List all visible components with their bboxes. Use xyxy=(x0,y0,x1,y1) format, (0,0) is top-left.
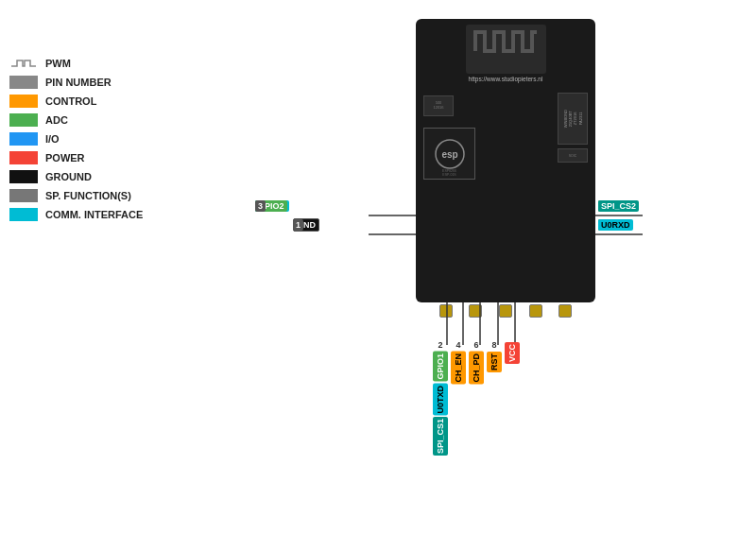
pin-8-num: 8 xyxy=(491,340,496,350)
legend-item-ground: GROUND xyxy=(9,170,143,183)
pin-6-group: 6 CH_PD xyxy=(469,340,484,385)
adc-swatch xyxy=(9,113,38,127)
legend-item-pin-number: PIN NUMBER xyxy=(9,76,143,89)
pad-3 xyxy=(499,304,512,318)
pad-5 xyxy=(558,304,572,318)
legend-label-control: CONTROL xyxy=(45,95,96,107)
chip-right-group: WINBOND25Q40BTZT2016PA2311 SOIC xyxy=(558,88,588,163)
comm-interface-swatch xyxy=(9,208,38,221)
sp-function-swatch xyxy=(9,189,38,202)
pin-4-num: 4 xyxy=(455,340,460,350)
pin-6-num: 6 xyxy=(473,340,478,350)
pin-chpd-label: CH_PD xyxy=(469,352,484,385)
pin-vcc-group: VCC xyxy=(505,340,520,364)
pin-4-group: 4 CH_EN xyxy=(451,340,466,385)
legend: PWM PIN NUMBER CONTROL ADC I/O POWER GRO… xyxy=(9,57,143,221)
chip-main: esp ESP8266ESP-01S xyxy=(423,128,475,180)
legend-label-comm-interface: COMM. INTERFACE xyxy=(45,209,143,220)
legend-item-control: CONTROL xyxy=(9,95,143,108)
legend-label-power: POWER xyxy=(45,152,85,164)
legend-label-pwm: PWM xyxy=(45,58,71,69)
esp8266-board: https://www.studiopieters.nl 50012016 es… xyxy=(416,19,595,302)
legend-label-sp-function: SP. FUNCTION(S) xyxy=(45,190,131,201)
pin-u0txd-label: U0TXD xyxy=(433,384,448,416)
chip-small-top: 50012016 xyxy=(423,95,454,116)
antenna-svg xyxy=(466,25,546,74)
antenna xyxy=(466,25,546,74)
pin-vcc-label: VCC xyxy=(505,342,520,364)
pin-8-group: 8 RST xyxy=(487,340,502,372)
legend-label-ground: GROUND xyxy=(45,171,92,182)
power-swatch xyxy=(9,151,38,164)
pin-number-swatch xyxy=(9,76,38,89)
legend-label-io: I/O xyxy=(45,133,60,145)
legend-item-pwm: PWM xyxy=(9,57,143,70)
legend-item-sp-function: SP. FUNCTION(S) xyxy=(9,189,143,202)
pin-pads-row xyxy=(423,302,588,319)
legend-item-comm-interface: COMM. INTERFACE xyxy=(9,208,143,221)
svg-rect-0 xyxy=(471,53,541,70)
io-swatch xyxy=(9,132,38,146)
board-content: 50012016 esp ESP8266ESP-01S WINBOND25Q40… xyxy=(416,84,595,302)
control-swatch xyxy=(9,95,38,108)
pin-gpio1-label: GPIO1 xyxy=(433,352,448,382)
pad-1 xyxy=(439,304,453,318)
board-url: https://www.studiopieters.nl xyxy=(469,76,543,82)
pin-spics1-label: SPI_CS1 xyxy=(433,417,448,456)
legend-item-io: I/O xyxy=(9,132,143,146)
pin-spics2-label: SPI_CS2 xyxy=(598,200,639,212)
pin-3-num: 3 xyxy=(255,200,266,212)
pin-rst-label: RST xyxy=(487,352,502,372)
ground-swatch xyxy=(9,170,38,183)
chip-small-bottom: SOIC xyxy=(558,148,588,163)
legend-item-power: POWER xyxy=(9,151,143,164)
svg-text:esp: esp xyxy=(441,149,457,160)
espressif-logo: esp xyxy=(433,137,467,171)
pin-1-num: 1 xyxy=(293,219,303,231)
pin-u0rxd-label: U0RXD xyxy=(598,219,633,231)
legend-label-pin-number: PIN NUMBER xyxy=(45,77,112,88)
legend-item-adc: ADC xyxy=(9,113,143,127)
chip-winbond: WINBOND25Q40BTZT2016PA2311 xyxy=(558,93,588,145)
pad-2 xyxy=(469,304,482,318)
pin-chen-label: CH_EN xyxy=(451,352,466,385)
pad-4 xyxy=(529,304,542,318)
pin-2-group: 2 GPIO1 U0TXD SPI_CS1 xyxy=(433,340,448,456)
chip-left-group: 50012016 esp ESP8266ESP-01S xyxy=(423,88,475,180)
legend-label-adc: ADC xyxy=(45,114,68,126)
pwm-icon xyxy=(9,57,38,70)
pin-2-num: 2 xyxy=(438,340,442,350)
